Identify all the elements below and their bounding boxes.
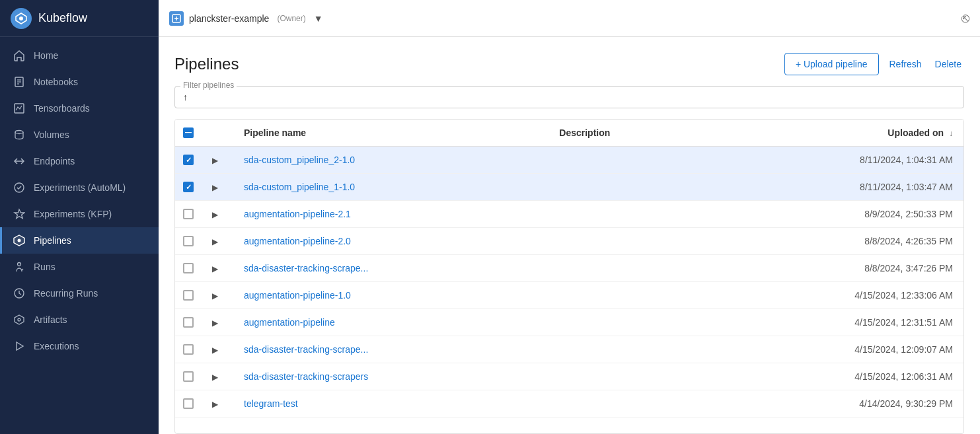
row-checkbox-cell-9 [175, 363, 207, 390]
kubeflow-logo-icon [11, 8, 32, 29]
row-date-2: 8/11/2024, 1:03:47 AM [704, 174, 963, 201]
row-desc-4 [548, 228, 704, 255]
expand-icon-6[interactable]: ▶ [212, 291, 218, 301]
expand-icon-7[interactable]: ▶ [212, 318, 218, 328]
row-checkbox-10[interactable] [183, 398, 194, 409]
row-expand-8[interactable]: ▶ [207, 336, 233, 363]
row-checkbox-6[interactable] [183, 290, 194, 301]
sidebar-item-experiments-automl[interactable]: Experiments (AutoML) [0, 174, 159, 201]
filter-container: Filter pipelines [174, 86, 964, 108]
row-date-5: 8/8/2024, 3:47:26 PM [704, 255, 963, 282]
upload-pipeline-button[interactable]: + Upload pipeline [784, 53, 879, 75]
sidebar-item-pipelines[interactable]: Pipelines [0, 227, 159, 254]
notebooks-icon [13, 75, 26, 89]
table-body: ▶sda-custom_pipeline_2-1.08/11/2024, 1:0… [175, 147, 963, 417]
row-expand-3[interactable]: ▶ [207, 201, 233, 228]
pipeline-name-link-6[interactable]: augmentation-pipeline-1.0 [244, 290, 351, 301]
row-checkbox-4[interactable] [183, 236, 194, 246]
sidebar-item-runs[interactable]: Runs [0, 254, 159, 280]
row-expand-7[interactable]: ▶ [207, 309, 233, 336]
row-desc-5 [548, 255, 704, 282]
svg-point-9 [15, 183, 24, 192]
svg-point-15 [18, 318, 20, 321]
page-title: Pipelines [174, 55, 239, 73]
refresh-button[interactable]: Refresh [887, 54, 924, 75]
expand-icon-10[interactable]: ▶ [212, 400, 218, 409]
pipeline-name-link-1[interactable]: sda-custom_pipeline_2-1.0 [244, 155, 355, 165]
table-row: ▶sda-disaster-tracking-scrape...8/8/2024… [175, 255, 963, 282]
expand-icon-8[interactable]: ▶ [212, 345, 218, 355]
sidebar-item-experiments-kfp[interactable]: Experiments (KFP) [0, 201, 159, 227]
row-date-9: 4/15/2024, 12:06:31 AM [704, 363, 963, 390]
sidebar-item-executions[interactable]: Executions [0, 333, 159, 359]
row-expand-4[interactable]: ▶ [207, 228, 233, 255]
pipeline-name-link-7[interactable]: augmentation-pipeline [244, 317, 335, 328]
endpoints-icon [13, 155, 26, 168]
delete-button[interactable]: Delete [932, 54, 964, 75]
sidebar-item-home[interactable]: Home [0, 42, 159, 69]
uploaded-on-header[interactable]: Uploaded on ↓ [704, 120, 963, 147]
topbar-left: planckster-example (Owner) ▼ [169, 11, 323, 26]
sidebar-item-label-runs: Runs [34, 262, 56, 272]
table-row: ▶augmentation-pipeline-2.18/9/2024, 2:50… [175, 201, 963, 228]
topbar: planckster-example (Owner) ▼ ⎋ [159, 0, 980, 37]
row-checkbox-5[interactable] [183, 263, 194, 273]
filter-input[interactable] [183, 92, 956, 102]
row-expand-1[interactable]: ▶ [207, 147, 233, 174]
pipeline-name-link-4[interactable]: augmentation-pipeline-2.0 [244, 236, 351, 246]
recurring-runs-icon [13, 287, 26, 300]
sidebar-item-tensorboards[interactable]: Tensorboards [0, 95, 159, 122]
row-expand-2[interactable]: ▶ [207, 174, 233, 201]
sidebar-item-label-experiments-kfp: Experiments (KFP) [34, 209, 112, 219]
table-row: ▶augmentation-pipeline-2.08/8/2024, 4:26… [175, 228, 963, 255]
svg-point-7 [15, 131, 23, 134]
row-checkbox-9[interactable] [183, 371, 194, 382]
row-expand-9[interactable]: ▶ [207, 363, 233, 390]
row-checkbox-1[interactable] [183, 155, 194, 165]
row-expand-10[interactable]: ▶ [207, 390, 233, 417]
select-all-header [175, 120, 207, 147]
namespace-dropdown-icon[interactable]: ▼ [314, 13, 323, 24]
sidebar-item-recurring-runs[interactable]: Recurring Runs [0, 280, 159, 307]
pipeline-name-link-10[interactable]: telegram-test [244, 398, 298, 409]
expand-icon-3[interactable]: ▶ [212, 210, 218, 219]
row-expand-5[interactable]: ▶ [207, 255, 233, 282]
pipeline-name-link-3[interactable]: augmentation-pipeline-2.1 [244, 209, 351, 219]
sidebar-item-endpoints[interactable]: Endpoints [0, 148, 159, 174]
row-checkbox-2[interactable] [183, 182, 194, 192]
row-expand-6[interactable]: ▶ [207, 282, 233, 309]
pipeline-name-link-8[interactable]: sda-disaster-tracking-scrape... [244, 344, 368, 355]
sidebar-item-label-home: Home [34, 50, 58, 61]
row-checkbox-cell-10 [175, 390, 207, 417]
select-all-checkbox[interactable] [183, 127, 194, 138]
expand-icon-2[interactable]: ▶ [212, 183, 218, 192]
expand-icon-9[interactable]: ▶ [212, 373, 218, 382]
row-name-6: augmentation-pipeline-1.0 [233, 282, 548, 309]
sidebar-item-notebooks[interactable]: Notebooks [0, 69, 159, 95]
logout-icon[interactable]: ⎋ [961, 11, 969, 26]
pipeline-name-link-2[interactable]: sda-custom_pipeline_1-1.0 [244, 182, 355, 192]
home-icon [13, 49, 26, 62]
pipelines-table: Pipeline name Description Uploaded on ↓ … [175, 120, 963, 417]
sidebar-item-label-notebooks: Notebooks [34, 77, 78, 87]
namespace-icon [169, 11, 184, 26]
sidebar-item-label-tensorboards: Tensorboards [34, 103, 90, 114]
row-checkbox-8[interactable] [183, 344, 194, 355]
pipeline-name-link-9[interactable]: sda-disaster-tracking-scrapers [244, 371, 368, 382]
sidebar-item-volumes[interactable]: Volumes [0, 122, 159, 148]
expand-icon-5[interactable]: ▶ [212, 264, 218, 273]
expand-icon-1[interactable]: ▶ [212, 156, 218, 165]
row-checkbox-3[interactable] [183, 209, 194, 219]
pipeline-name-link-5[interactable]: sda-disaster-tracking-scrape... [244, 263, 368, 273]
namespace-name: planckster-example [189, 13, 269, 24]
tensorboards-icon [13, 102, 26, 115]
sidebar-item-artifacts[interactable]: Artifacts [0, 307, 159, 333]
row-date-4: 8/8/2024, 4:26:35 PM [704, 228, 963, 255]
table-row: ▶sda-custom_pipeline_2-1.08/11/2024, 1:0… [175, 147, 963, 174]
expand-icon-4[interactable]: ▶ [212, 237, 218, 246]
row-checkbox-7[interactable] [183, 317, 194, 328]
sidebar-nav: HomeNotebooksTensorboardsVolumesEndpoint… [0, 37, 159, 434]
page-content: Pipelines + Upload pipeline Refresh Dele… [159, 37, 980, 434]
table-row: ▶telegram-test4/14/2024, 9:30:29 PM [175, 390, 963, 417]
description-header: Description [548, 120, 704, 147]
